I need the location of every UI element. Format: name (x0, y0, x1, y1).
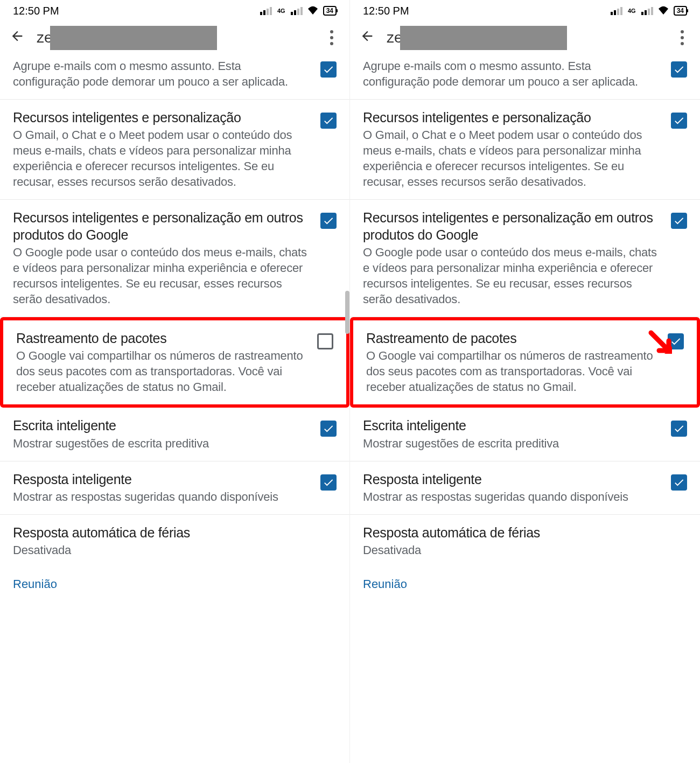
signal-bars-2-icon (291, 7, 303, 15)
back-arrow-icon[interactable] (360, 29, 375, 47)
checkbox-package-tracking[interactable] (317, 333, 333, 349)
phone-screenshot-right: 12:50 PM 4G 34 ze Agrupe e-mails com o m… (350, 0, 700, 763)
setting-smart-features[interactable]: Recursos inteligentes e personalização O… (0, 100, 349, 200)
setting-title: Recursos inteligentes e personalização e… (363, 209, 660, 243)
checkbox-smart-reply[interactable] (320, 474, 337, 491)
signal-bars-1-icon (260, 7, 272, 15)
setting-title: Recursos inteligentes e personalização e… (13, 209, 310, 243)
battery-icon: 34 (323, 6, 337, 16)
network-label: 4G (277, 8, 285, 14)
setting-smart-compose[interactable]: Escrita inteligente Mostrar sugestões de… (0, 408, 349, 461)
settings-list: Agrupe e-mails com o mesmo assunto. Esta… (0, 54, 349, 591)
setting-title: Escrita inteligente (13, 417, 310, 434)
setting-smart-features[interactable]: Recursos inteligentes e personalização O… (350, 100, 700, 200)
setting-smart-reply[interactable]: Resposta inteligente Mostrar as resposta… (350, 461, 700, 515)
checkbox-smart-compose[interactable] (671, 421, 687, 437)
status-bar: 12:50 PM 4G 34 (0, 0, 349, 22)
overflow-menu-icon[interactable] (324, 30, 340, 45)
checkbox-smart-reply[interactable] (671, 474, 687, 491)
setting-smart-reply[interactable]: Resposta inteligente Mostrar as resposta… (0, 461, 349, 515)
checkbox-smart-features-other[interactable] (671, 213, 687, 229)
setting-title: Escrita inteligente (363, 417, 660, 434)
wifi-icon (307, 5, 319, 17)
battery-icon: 34 (674, 6, 687, 16)
setting-title: Rastreamento de pacotes (366, 330, 657, 347)
setting-subtitle: Mostrar as respostas sugeridas quando di… (13, 489, 310, 505)
app-header: ze (350, 22, 700, 54)
setting-subtitle: Mostrar sugestões de escrita preditiva (13, 436, 310, 451)
setting-package-tracking[interactable]: Rastreamento de pacotes O Google vai com… (350, 317, 700, 408)
checkbox-smart-features-other[interactable] (320, 213, 337, 229)
setting-subtitle: O Google vai compartilhar os números de … (16, 348, 306, 395)
wifi-icon (657, 5, 669, 17)
checkbox-group-emails[interactable] (320, 61, 337, 78)
settings-list: Agrupe e-mails com o mesmo assunto. Esta… (350, 54, 700, 591)
status-right: 4G 34 (260, 5, 337, 17)
scrollbar-thumb[interactable] (345, 291, 349, 334)
setting-title: Recursos inteligentes e personalização (13, 109, 310, 126)
setting-subtitle: O Google pode usar o conteúdo dos meus e… (363, 244, 660, 307)
status-right: 4G 34 (611, 5, 687, 17)
setting-subtitle: Desativada (363, 542, 676, 558)
setting-title: Resposta automática de férias (13, 524, 326, 541)
setting-title: Resposta inteligente (13, 471, 310, 488)
setting-smart-features-other[interactable]: Recursos inteligentes e personalização e… (350, 200, 700, 317)
setting-smart-compose[interactable]: Escrita inteligente Mostrar sugestões de… (350, 408, 700, 461)
setting-vacation[interactable]: Resposta automática de férias Desativada (0, 515, 349, 568)
setting-subtitle: Desativada (13, 542, 326, 558)
checkbox-package-tracking[interactable] (668, 333, 684, 349)
setting-subtitle: O Gmail, o Chat e o Meet podem usar o co… (13, 127, 310, 190)
setting-title: Resposta inteligente (363, 471, 660, 488)
setting-subtitle: O Google vai compartilhar os números de … (366, 348, 657, 395)
setting-package-tracking[interactable]: Rastreamento de pacotes O Google vai com… (0, 317, 349, 408)
status-bar: 12:50 PM 4G 34 (350, 0, 700, 22)
signal-bars-1-icon (611, 7, 622, 15)
setting-title: Rastreamento de pacotes (16, 330, 306, 347)
setting-subtitle: Agrupe e-mails com o mesmo assunto. Esta… (13, 58, 310, 89)
app-header: ze (0, 22, 349, 54)
setting-group-emails[interactable]: Agrupe e-mails com o mesmo assunto. Esta… (0, 54, 349, 100)
signal-bars-2-icon (641, 7, 653, 15)
setting-subtitle: O Google pode usar o conteúdo dos meus e… (13, 244, 310, 307)
checkbox-group-emails[interactable] (671, 61, 687, 78)
setting-title: Recursos inteligentes e personalização (363, 109, 660, 126)
status-time: 12:50 PM (13, 5, 59, 17)
checkbox-smart-features[interactable] (671, 113, 687, 129)
setting-subtitle: Mostrar as respostas sugeridas quando di… (363, 489, 660, 505)
setting-group-emails[interactable]: Agrupe e-mails com o mesmo assunto. Esta… (350, 54, 700, 100)
setting-vacation[interactable]: Resposta automática de férias Desativada (350, 515, 700, 568)
setting-subtitle: Mostrar sugestões de escrita preditiva (363, 436, 660, 451)
checkbox-smart-features[interactable] (320, 113, 337, 129)
network-label: 4G (628, 8, 636, 14)
phone-screenshot-left: 12:50 PM 4G 34 ze Agrupe e-mails com o m… (0, 0, 350, 763)
setting-subtitle: Agrupe e-mails com o mesmo assunto. Esta… (363, 58, 660, 89)
censored-title-bar (50, 26, 217, 50)
status-time: 12:50 PM (363, 5, 409, 17)
setting-subtitle: O Gmail, o Chat e o Meet podem usar o co… (363, 127, 660, 190)
checkbox-smart-compose[interactable] (320, 421, 337, 437)
overflow-menu-icon[interactable] (674, 30, 690, 45)
setting-smart-features-other[interactable]: Recursos inteligentes e personalização e… (0, 200, 349, 317)
setting-meeting-peek: Reunião (350, 568, 700, 591)
back-arrow-icon[interactable] (10, 29, 25, 47)
censored-title-bar (400, 26, 567, 50)
setting-title: Resposta automática de férias (363, 524, 676, 541)
setting-meeting-peek: Reunião (0, 568, 349, 591)
